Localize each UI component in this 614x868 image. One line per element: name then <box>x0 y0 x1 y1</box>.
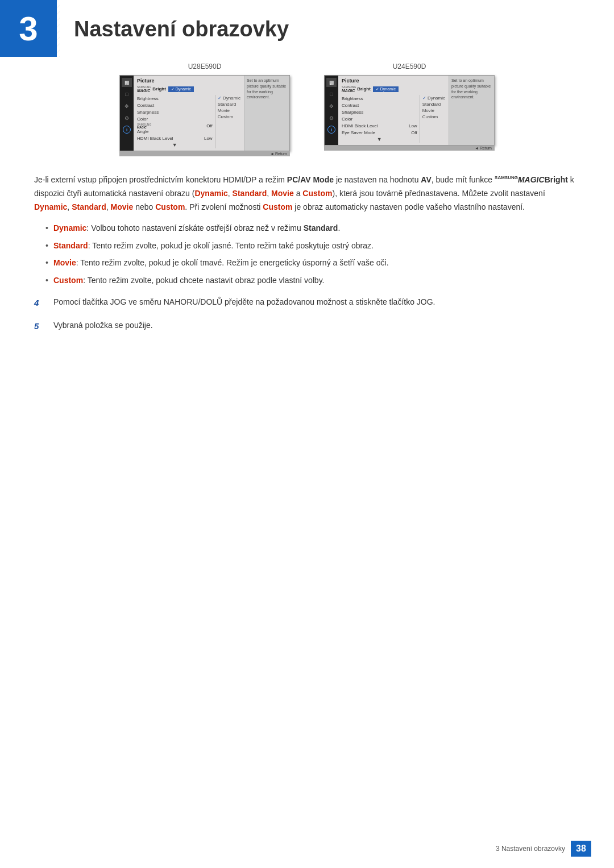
custom-ref3: Custom <box>263 202 292 211</box>
chapter-title: Nastavení obrazovky <box>74 17 289 41</box>
osd-item-brightness-left: Brightness <box>137 95 213 102</box>
osd-item-hdmi-left: HDMI Black Level Low <box>137 135 213 142</box>
magic-bright-row-right: SAMSUNG MAGIC Bright ✓ Dynamic <box>342 85 445 93</box>
movie-ref2: Movie <box>111 202 134 211</box>
osd-options-left: ✓ Dynamic Standard Movie Custom <box>215 95 240 148</box>
magic-text-right: MAGIC <box>342 89 356 93</box>
bright-text-left: Bright <box>152 86 166 92</box>
standard-ref: Standard <box>233 189 267 198</box>
av-value: AV <box>421 175 431 184</box>
bullet-movie: Movie: Tento režim zvolte, pokud je okol… <box>45 256 580 269</box>
osd-item-brightness-right: Brightness <box>342 95 417 102</box>
bright-text-right: Bright <box>357 86 371 92</box>
settings-icon: ⚙ <box>122 114 132 123</box>
osd-item-angle-left: SAMSUNG MAGIC Angle Off <box>137 122 213 135</box>
standard-ref2: Standard <box>72 202 106 211</box>
osd-return-right: ◄ Return <box>324 146 495 151</box>
chapter-number: 3 <box>19 9 38 48</box>
magic-bright-ref: SAMSUNGMAGICBright <box>495 175 568 184</box>
bullet-custom-label: Custom <box>53 276 83 285</box>
bullet-standard: Standard: Tento režim zvolte, pokud je o… <box>45 239 580 252</box>
bullet-custom: Custom: Tento režim zvolte, pokud chcete… <box>45 274 580 286</box>
step-5-text: Vybraná položka se použije. <box>53 319 153 334</box>
osd-menu-right: ▩ □ ✥ ⚙ i Picture SAMSUNG MAGIC B <box>324 75 495 146</box>
info-icon-right: i <box>327 126 335 134</box>
opt-dynamic-right: ✓ Dynamic <box>422 95 445 101</box>
screenshot-right-label: U24E590D <box>393 63 426 70</box>
osd-items-row-left: Brightness Contrast Sharpness Color <box>137 95 240 148</box>
osd-menu-content-right: Picture SAMSUNG MAGIC Bright ✓ Dynamic <box>338 76 449 145</box>
picture-icon-right: ▩ <box>326 78 337 87</box>
osd-right-panel-right: Set to an optimum picture quality suitab… <box>449 76 494 145</box>
dynamic-badge-left: ✓ Dynamic <box>168 86 194 92</box>
osd-right-panel-left: Set to an optimum picture quality suitab… <box>244 76 289 151</box>
footer-text: 3 Nastavení obrazovky <box>496 845 565 853</box>
osd-item-eyesaver-right: Eye Saver Mode Off <box>342 129 417 136</box>
osd-item-sharpness-right: Sharpness <box>342 109 417 115</box>
osd-menu-title-left: Picture <box>137 78 240 84</box>
info-icon: i <box>123 126 131 134</box>
opt-custom-left: Custom <box>218 114 240 120</box>
screenshot-left: U28E590D ▩ □ ✥ ⚙ i Picture SAMSUNG <box>119 63 290 156</box>
osd-item-hdmi-right: HDMI Black Level Low <box>342 122 417 129</box>
bullet-dynamic-label: Dynamic <box>53 223 86 232</box>
osd-item-contrast-right: Contrast <box>342 102 417 109</box>
footer: 3 Nastavení obrazovky 38 <box>0 841 614 857</box>
footer-page: 38 <box>571 841 591 857</box>
bullet-movie-label: Movie <box>53 258 76 267</box>
settings-icon-right: ⚙ <box>326 114 337 123</box>
osd-items-row-right: Brightness Contrast Sharpness Color <box>342 95 445 143</box>
screenshots-section: U28E590D ▩ □ ✥ ⚙ i Picture SAMSUNG <box>34 63 580 156</box>
osd-menu-title-right: Picture <box>342 78 445 84</box>
adjust-icon: ✥ <box>122 102 132 111</box>
osd-return-left: ◄ Return <box>119 151 290 156</box>
step-4: 4 Pomocí tlačítka JOG ve směru NAHORU/DO… <box>34 296 580 310</box>
osd-menu-content-left: Picture SAMSUNG MAGIC Bright ✓ Dynamic <box>134 76 244 151</box>
chapter-block: 3 <box>0 0 57 57</box>
screenshot-right: U24E590D ▩ □ ✥ ⚙ i Picture SAMSUNG <box>324 63 495 156</box>
opt-custom-right: Custom <box>422 114 445 120</box>
display-icon-right: □ <box>326 90 337 99</box>
osd-item-color-right: Color <box>342 115 417 122</box>
opt-standard-left: Standard <box>218 101 240 107</box>
bullet-standard-label: Standard <box>53 241 88 250</box>
down-arrow-left: ▼ <box>137 142 213 148</box>
osd-items-left: Brightness Contrast Sharpness Color <box>137 95 213 148</box>
step-4-number: 4 <box>34 296 45 310</box>
osd-icon-bar-left: ▩ □ ✥ ⚙ i <box>120 76 134 151</box>
step-5-number: 5 <box>34 319 45 334</box>
osd-item-color-left: Color <box>137 115 213 122</box>
osd-side-text-right: Set to an optimum picture quality suitab… <box>451 78 491 99</box>
osd-menu-left: ▩ □ ✥ ⚙ i Picture SAMSUNG MAGIC B <box>119 75 290 151</box>
movie-ref: Movie <box>271 189 294 198</box>
paragraph-1: Je-li externí vstup připojen prostřednic… <box>34 173 580 214</box>
custom-ref2: Custom <box>155 202 185 211</box>
bullet-dynamic: Dynamic: Volbou tohoto nastavení získáte… <box>45 222 580 234</box>
osd-items-right: Brightness Contrast Sharpness Color <box>342 95 417 143</box>
screenshot-left-label: U28E590D <box>188 63 222 70</box>
osd-item-contrast-left: Contrast <box>137 102 213 109</box>
display-icon: □ <box>122 90 132 99</box>
osd-side-text-left: Set to an optimum picture quality suitab… <box>247 78 286 99</box>
picture-icon: ▩ <box>122 78 132 87</box>
osd-item-sharpness-left: Sharpness <box>137 109 213 115</box>
opt-movie-right: Movie <box>422 107 445 114</box>
custom-ref: Custom <box>302 189 332 198</box>
pcav-mode: PC/AV Mode <box>287 175 334 184</box>
step-4-text: Pomocí tlačítka JOG ve směru NAHORU/DOLŮ… <box>53 296 435 310</box>
osd-options-right: ✓ Dynamic Standard Movie Custom <box>420 95 445 143</box>
opt-dynamic-left: ✓ Dynamic <box>218 95 240 101</box>
dynamic-ref: Dynamic <box>194 189 227 198</box>
step-5: 5 Vybraná položka se použije. <box>34 319 580 334</box>
down-arrow-right: ▼ <box>342 136 417 143</box>
osd-icon-bar-right: ▩ □ ✥ ⚙ i <box>325 76 338 145</box>
magic-text-left: MAGIC <box>137 89 151 93</box>
opt-standard-right: Standard <box>422 101 445 107</box>
magic-bright-row-left: SAMSUNG MAGIC Bright ✓ Dynamic <box>137 85 240 93</box>
dynamic-ref2: Dynamic <box>34 202 67 211</box>
adjust-icon-right: ✥ <box>326 102 337 111</box>
main-paragraph: Je-li externí vstup připojen prostřednic… <box>34 173 580 334</box>
standard-ref-bullet: Standard <box>304 223 338 232</box>
dynamic-badge-right: ✓ Dynamic <box>373 86 399 92</box>
opt-movie-left: Movie <box>218 107 240 114</box>
